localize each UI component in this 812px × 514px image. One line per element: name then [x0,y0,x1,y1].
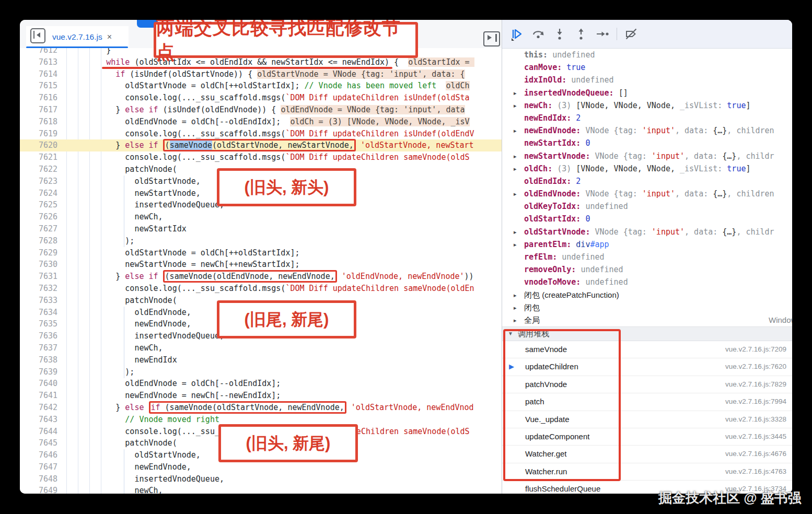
expand-arrow-icon[interactable]: ▸ [514,301,517,314]
scope-row[interactable]: oldKeyToIdx: undefined [502,200,792,213]
code-line[interactable]: 7618 oldEndVnode = oldCh[--oldEndIdx]; o… [20,116,502,128]
callstack-row[interactable]: patchVnodevue.v2.7.16.js:7829 [502,376,792,393]
line-number[interactable]: 7613 [20,56,59,68]
deactivate-breakpoints-icon[interactable] [624,27,639,41]
line-number[interactable]: 7640 [20,378,59,390]
scope-row[interactable]: ▸newCh: (3) [VNode, VNode, VNode, _isVLi… [502,99,792,112]
code-line[interactable]: 7628 ); [20,235,502,247]
line-number[interactable]: 7646 [20,449,59,461]
line-number[interactable]: 7612 [20,48,59,56]
code-line[interactable]: 7629 oldStartVnode = oldCh[++oldStartIdx… [20,247,502,259]
line-number[interactable]: 7644 [20,426,59,438]
scope-row[interactable]: ▸parentElm: div#app [502,238,792,251]
code-line[interactable]: 7637 newCh, [20,342,502,354]
scope-row[interactable]: this: undefined [502,49,792,61]
code-line[interactable]: 7639 ); [20,366,502,378]
code-line[interactable]: 7632 console.log(..._ssu_scaffold.msgs(`… [20,283,502,295]
scope-row[interactable]: canMove: true [502,61,792,74]
expand-arrow-icon[interactable]: ▸ [514,238,517,251]
code-line[interactable]: 7614 if (isUndef(oldStartVnode)) { oldSt… [20,68,502,80]
scope-row[interactable]: ▸全局Window [502,314,792,326]
line-number[interactable]: 7645 [20,437,59,449]
line-number[interactable]: 7614 [20,68,59,80]
step-out-icon[interactable] [574,27,588,41]
callstack-row[interactable]: sameVnodevue.v2.7.16.js:7209 [502,341,792,358]
line-number[interactable]: 7621 [20,151,59,163]
resume-icon[interactable] [509,27,524,41]
scope-row[interactable]: refElm: undefined [502,251,792,263]
line-number[interactable]: 7626 [20,211,59,223]
line-number[interactable]: 7632 [20,283,59,295]
expand-arrow-icon[interactable]: ▸ [514,289,517,301]
code-line[interactable]: 7640 oldEndVnode = oldCh[--oldEndIdx]; [20,378,502,390]
expand-arrow-icon[interactable]: ▸ [514,99,517,112]
code-line[interactable]: 7616 console.log(..._ssu_scaffold.msgs(`… [20,92,502,104]
code-line[interactable]: 7641 newEndVnode = newCh[--newEndIdx]; [20,390,502,402]
callstack-row[interactable]: Watcher.getvue.v2.7.16.js:4676 [502,446,792,463]
line-number[interactable]: 7623 [20,176,59,188]
callstack-header[interactable]: ▼ 调用堆栈 [502,326,792,341]
scope-row[interactable]: ▸newStartVnode: VNode {tag: 'input', dat… [502,150,792,162]
line-number[interactable]: 7643 [20,414,59,426]
code-line[interactable]: 7620 } else if (sameVnode(oldStartVnode,… [20,139,502,151]
scope-row[interactable]: oldEndIdx: 2 [502,175,792,188]
expand-arrow-icon[interactable]: ▸ [514,124,517,137]
line-number[interactable]: 7634 [20,307,59,319]
code-line[interactable]: 7642 } else if (sameVnode(oldStartVnode,… [20,402,502,414]
scope-row[interactable]: ▸oldStartVnode: VNode {tag: 'input', dat… [502,226,792,238]
code-line[interactable]: 7647 newEndVnode, [20,461,502,473]
line-number[interactable]: 7641 [20,390,59,402]
toggle-sidebar-icon[interactable] [483,31,500,46]
scope-row[interactable]: ▸oldCh: (3) [VNode, VNode, VNode, _isVLi… [502,162,792,175]
callstack-row[interactable]: patchvue.v2.7.16.js:7994 [502,393,792,411]
code-line[interactable]: 7621 console.log(..._ssu_scaffold.msgs(`… [20,151,502,163]
line-number[interactable]: 7618 [20,116,59,128]
callstack-row[interactable]: ▶updateChildrenvue.v2.7.16.js:7620 [502,358,792,376]
line-number[interactable]: 7615 [20,80,59,92]
scope-row[interactable]: idxInOld: undefined [502,74,792,86]
code-line[interactable]: 7615 oldStartVnode = oldCh[++oldStartIdx… [20,80,502,92]
step-into-icon[interactable] [552,27,567,41]
line-number[interactable]: 7642 [20,402,59,414]
callstack-row[interactable]: updateComponentvue.v2.7.16.js:3445 [502,428,792,446]
callstack-row[interactable]: Vue._updatevue.v2.7.16.js:3328 [502,411,792,428]
line-number[interactable]: 7624 [20,188,59,200]
line-number[interactable]: 7637 [20,342,59,354]
code-line[interactable]: 7627 newStartIdx [20,223,502,235]
code-line[interactable]: 7638 newEndIdx [20,354,502,366]
line-number[interactable]: 7649 [20,485,59,494]
step-icon[interactable] [595,27,610,41]
collapse-navigator-icon[interactable] [30,28,45,43]
scope-row[interactable]: newEndIdx: 2 [502,112,792,124]
line-number[interactable]: 7616 [20,92,59,104]
code-line[interactable]: 7626 newCh, [20,211,502,223]
scope-row[interactable]: ▸newEndVnode: VNode {tag: 'input', data:… [502,124,792,137]
line-number[interactable]: 7647 [20,461,59,473]
line-number[interactable]: 7627 [20,223,59,235]
scope-row[interactable]: ▸insertedVnodeQueue: [] [502,87,792,99]
expand-arrow-icon[interactable]: ▸ [514,314,517,326]
scope-row[interactable]: vnodeToMove: undefined [502,276,792,288]
line-number[interactable]: 7619 [20,128,59,140]
scope-row[interactable]: newStartIdx: 0 [502,137,792,149]
line-number[interactable]: 7639 [20,366,59,378]
code-line[interactable]: 7617 } else if (isUndef(oldEndVnode)) { … [20,104,502,116]
expand-arrow-icon[interactable]: ▸ [514,150,517,162]
scope-row[interactable]: ▸闭包 (createPatchFunction) [502,289,792,301]
code-line[interactable]: 7630 newStartVnode = newCh[++newStartIdx… [20,259,502,271]
code-line[interactable]: 7619 console.log(..._ssu_scaffold.msgs(`… [20,128,502,140]
code-line[interactable]: 7648 insertedVnodeQueue, [20,473,502,485]
line-number[interactable]: 7617 [20,104,59,116]
scope-row[interactable]: oldStartIdx: 0 [502,213,792,225]
tab-close-icon[interactable]: × [107,32,112,42]
expand-arrow-icon[interactable]: ▸ [514,162,517,175]
expand-arrow-icon[interactable]: ▸ [514,87,517,99]
line-number[interactable]: 7631 [20,271,59,283]
scope-row[interactable]: ▸闭包 [502,301,792,314]
code-line[interactable]: 7649 newCh, [20,485,502,494]
scope-row[interactable]: ▸oldEndVnode: VNode {tag: 'input', data:… [502,188,792,200]
line-number[interactable]: 7622 [20,163,59,176]
step-over-icon[interactable] [531,27,546,41]
line-number[interactable]: 7638 [20,354,59,366]
expand-arrow-icon[interactable]: ▸ [514,188,517,200]
